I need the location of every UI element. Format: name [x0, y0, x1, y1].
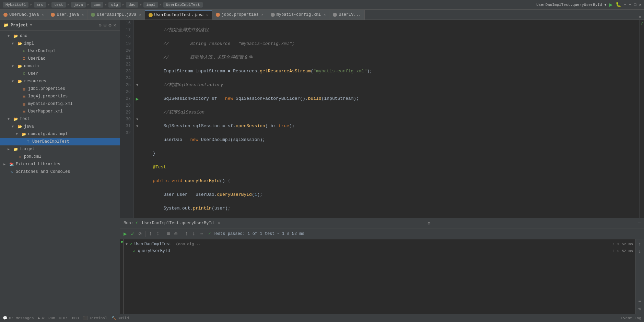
tree-item-impl[interactable]: ▼ 📂 impl [0, 40, 120, 47]
tree-item-jdbc[interactable]: ▤ jdbc.properties [0, 85, 120, 93]
tab-user[interactable]: User.java ✕ [47, 10, 87, 20]
gutter-27[interactable]: ▶ [134, 95, 141, 102]
run-minimize-icon[interactable]: ─ [638, 220, 641, 226]
tree-item-package[interactable]: ▼ 📂 com.qlg.dao.impl [0, 130, 120, 138]
tab-close-userdaoimpl[interactable]: ✕ [139, 13, 141, 17]
title-tab-test[interactable]: test [51, 2, 66, 8]
run-expand-button[interactable]: ⊕ [173, 230, 179, 238]
tab-icon-mybatis [271, 13, 275, 17]
title-tab-userdaoimpltest[interactable]: UserDaoImplTest [163, 2, 203, 8]
tab-close-user[interactable]: ✕ [82, 13, 84, 17]
code-container[interactable]: 16 17 18 19 20 21 22 23 24 25 26 27 28 2… [120, 20, 644, 218]
run-right-extra[interactable]: ⇅ [637, 305, 642, 312]
run-more-button[interactable]: ⋯ [198, 230, 204, 238]
maximize-button[interactable]: □ [634, 3, 636, 7]
run-stop-button[interactable]: ⊘ [137, 230, 143, 238]
tab-useriv[interactable]: UserIV... [329, 10, 365, 20]
gutter-28 [134, 102, 141, 109]
status-run[interactable]: ▶ 4: Run [38, 316, 55, 320]
title-tab-com[interactable]: com [91, 2, 103, 8]
status-build[interactable]: 🔨 Build [112, 316, 129, 320]
minimize-button[interactable]: ─ [629, 3, 631, 7]
run-button[interactable]: ▶ [609, 1, 613, 8]
tab-close-mybatis[interactable]: ✕ [324, 13, 326, 17]
tabs-menu-icon[interactable]: ≡ [639, 14, 641, 20]
run-scroll-down[interactable]: ↓ [637, 248, 642, 255]
tree-item-pom[interactable]: m pom.xml [0, 153, 120, 160]
title-tab-dao[interactable]: dao [126, 2, 138, 8]
run-right-buttons: ↑ ↓ ≡ ⇅ [635, 239, 644, 314]
tree-item-domain[interactable]: ▼ 📂 domain [0, 62, 120, 70]
tree-item-userdao[interactable]: I UserDao [0, 55, 120, 62]
debug-button[interactable]: 🐛 [616, 2, 621, 8]
run-config-dropdown[interactable]: UserDaoImplTest.queryUserById ▼ [536, 3, 607, 7]
tree-item-scratches[interactable]: ✎ Scratches and Consoles [0, 168, 120, 176]
tree-item-userdaoimpltest[interactable]: T UserDaoImplTest [0, 138, 120, 145]
code-content[interactable]: //指定全局文件的路径 // String resource = "mybati… [141, 20, 639, 218]
run-sort-asc-button[interactable]: ↕ [148, 230, 154, 238]
run-header: Run: ⚡ UserDaoImplTest.queryUserById ✕ ⚙… [120, 218, 644, 228]
tree-item-log4j[interactable]: ▤ log4j.properties [0, 93, 120, 100]
tab-icon-useriv [333, 13, 337, 17]
tree-item-external[interactable]: ▶ 📚 External Libraries [0, 160, 120, 168]
run-down-button[interactable]: ↓ [191, 230, 197, 238]
title-tab-mybaits[interactable]: Mybaits01 [3, 2, 28, 8]
run-up-button[interactable]: ↑ [183, 230, 189, 238]
tab-close-userdao[interactable]: ✕ [42, 13, 44, 17]
tab-label-jdbc: jdbc.properties [222, 12, 259, 17]
tree-label-resources: resources [24, 79, 46, 84]
tree-item-java[interactable]: ▼ 📂 java [0, 123, 120, 130]
ln-27: 27 [121, 95, 131, 102]
run-check-button[interactable]: ✓ [130, 230, 136, 238]
tab-close-userdaoimpltest[interactable]: ✕ [207, 13, 209, 17]
gutter-29 [134, 109, 141, 116]
run-settings-icon[interactable]: ⚙ [428, 220, 430, 226]
tree-item-resources[interactable]: ▼ 📂 resources [0, 77, 120, 85]
run-sort-desc-button[interactable]: ↕ [155, 230, 161, 238]
tree-item-mybatis[interactable]: ▤ mybatis-config.xml [0, 100, 120, 108]
title-tab-impl[interactable]: impl [143, 2, 158, 8]
sidebar-collapse-icon[interactable]: ⊟ [104, 22, 106, 28]
tab-icon-userdaoimpltest [149, 13, 153, 17]
code-line-21: SqlSessionFactory sf = new SqlSessionFac… [142, 95, 639, 102]
tree-item-test[interactable]: ▼ 📂 test [0, 115, 120, 123]
status-todo[interactable]: ☑ 6: TODO [59, 316, 79, 320]
run-scroll-up[interactable]: ↑ [637, 241, 642, 248]
tab-mybatis[interactable]: mybatis-config.xml ✕ [267, 10, 330, 20]
run-tab-close[interactable]: ✕ [218, 221, 220, 225]
tab-userdaoimpltest[interactable]: UserDaoImplTest.java ✕ [145, 10, 212, 20]
tree-label-pom: pom.xml [24, 154, 41, 159]
run-play-button[interactable]: ▶ [122, 230, 128, 238]
more-button[interactable]: ⋯ [624, 2, 627, 7]
title-tab-qlg[interactable]: qlg [108, 2, 121, 8]
tab-close-jdbc[interactable]: ✕ [261, 13, 264, 17]
run-tab-label[interactable]: UserDaoImplTest.queryUserById [140, 220, 216, 226]
tree-item-target[interactable]: ▶ 📁 target [0, 145, 120, 153]
tab-userdao[interactable]: UserDao.java ✕ [0, 10, 47, 20]
status-terminal[interactable]: ⬛ Terminal [83, 316, 107, 320]
ln-18: 18 [121, 34, 131, 40]
tab-jdbc[interactable]: jdbc.properties ✕ [212, 10, 267, 20]
status-event-log-label: Event Log [621, 316, 641, 320]
status-event-log[interactable]: Event Log [621, 316, 641, 320]
tree-item-usermapper[interactable]: ▤ UserMapper.xml [0, 108, 120, 115]
tree-item-userdaoimpl[interactable]: C UserDaoImpl [0, 47, 120, 55]
sidebar-locate-icon[interactable]: ⊕ [98, 22, 101, 28]
title-tab-src[interactable]: src [34, 2, 46, 8]
sidebar-settings-icon[interactable]: ⚙ [108, 22, 111, 28]
tree-item-user[interactable]: C User [0, 70, 120, 77]
sidebar-close-icon[interactable]: ✕ [114, 22, 116, 28]
tab-userdaoimpl[interactable]: UserDaoImpl.java ✕ [87, 10, 145, 20]
run-tree-item-class[interactable]: ▼ ✓ UserDaoImplTest (com.qlg... 1 s 52 m… [124, 241, 635, 248]
close-button[interactable]: ✕ [639, 2, 641, 7]
tree-item-dao[interactable]: ▼ 📂 dao [0, 32, 120, 40]
run-right-menu[interactable]: ≡ [637, 298, 642, 305]
run-filter-button[interactable]: ≡ [165, 230, 172, 238]
code-line-27: public void queryUserById() { [142, 178, 639, 184]
run-status: ✓ Tests passed: 1 of 1 test – 1 s 52 ms [208, 231, 304, 236]
status-messages[interactable]: 💬 0: Messages [3, 316, 34, 320]
title-tab-java[interactable]: java [71, 2, 85, 8]
tree-arrow-test: ▼ [8, 117, 12, 121]
sidebar-dropdown-icon[interactable]: ▼ [30, 23, 32, 27]
run-tree-item-method[interactable]: ✓ queryUserById 1 s 52 ms [124, 248, 635, 254]
